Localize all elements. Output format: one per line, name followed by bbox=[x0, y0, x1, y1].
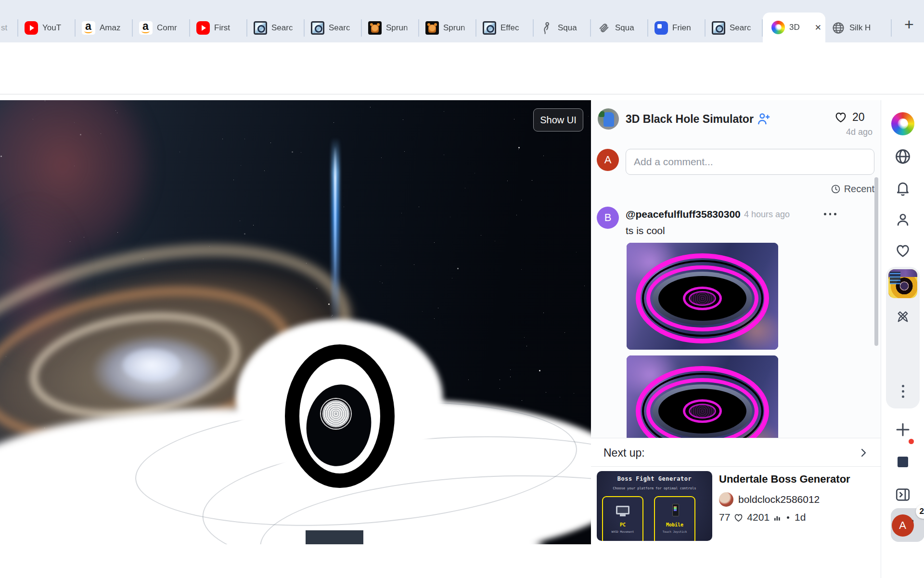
next-up-stats: 77 4201 1d bbox=[719, 512, 806, 523]
commenter-avatar[interactable]: B bbox=[597, 207, 619, 229]
figure-favicon-icon bbox=[540, 21, 553, 35]
comment-input[interactable] bbox=[626, 149, 874, 175]
tab-strip: stYouTAmazComrFirstSearcSearcSprunSprunE… bbox=[0, 0, 892, 42]
pixel-search-favicon-icon bbox=[483, 21, 496, 35]
next-up-title[interactable]: Undertale Boss Generator bbox=[719, 473, 850, 486]
websim-favicon-icon bbox=[771, 21, 785, 34]
explore-globe-icon[interactable] bbox=[894, 148, 911, 165]
sort-recent-button[interactable]: Recent bbox=[831, 184, 874, 195]
simulation-canvas[interactable]: Show UI bbox=[0, 100, 591, 544]
right-rail: 25 A bbox=[881, 100, 924, 578]
comment-image[interactable] bbox=[627, 243, 778, 350]
toolbar: websim.com/@Bluejcat/3d-black-hole-simul… bbox=[0, 42, 924, 94]
tab[interactable]: Comr bbox=[133, 13, 190, 42]
user-avatar[interactable]: A bbox=[597, 149, 619, 171]
tab[interactable]: Amaz bbox=[76, 13, 133, 42]
tab[interactable]: YouT bbox=[18, 13, 76, 42]
websim-logo[interactable] bbox=[891, 112, 914, 135]
tab-label: Silk H bbox=[849, 23, 892, 33]
tab-label: Sprun bbox=[443, 23, 476, 33]
credits-diamond-icon[interactable] bbox=[898, 457, 908, 467]
account-avatar[interactable]: A bbox=[892, 514, 914, 537]
pixel-search-favicon-icon bbox=[311, 21, 324, 35]
project-header: 3D Black Hole Simulator 20 4d ago bbox=[591, 100, 881, 144]
thumb-pc-option: PC WASD Movement bbox=[602, 496, 643, 541]
tab[interactable]: Searc bbox=[247, 13, 305, 42]
create-plus-icon[interactable] bbox=[894, 421, 911, 438]
tab-label: Sprun bbox=[386, 23, 419, 33]
thumb-mobile-label: Mobile bbox=[655, 522, 694, 527]
tab[interactable]: Sprun bbox=[419, 13, 476, 42]
clock-icon bbox=[831, 184, 841, 194]
next-up-author[interactable]: boldclock2586012 bbox=[719, 492, 820, 507]
tab[interactable]: First bbox=[190, 13, 247, 42]
comment-image[interactable] bbox=[627, 355, 778, 441]
comment-time: 4 hours ago bbox=[744, 210, 790, 220]
youtube-favicon-icon bbox=[196, 21, 210, 35]
thumb-subtitle: Choose your platform for optimal control… bbox=[597, 486, 712, 490]
sort-label: Recent bbox=[844, 184, 874, 195]
heart-icon bbox=[733, 512, 744, 523]
project-thumbnail[interactable] bbox=[888, 269, 917, 298]
tab[interactable]: Sprun bbox=[362, 13, 419, 42]
tab[interactable]: st bbox=[0, 13, 18, 42]
sprunki-favicon-icon bbox=[368, 21, 382, 35]
tab-label: st bbox=[1, 23, 18, 33]
close-tab-icon[interactable]: ✕ bbox=[815, 23, 825, 33]
tab-label: Frien bbox=[672, 23, 706, 33]
tab-label: Searc bbox=[730, 23, 763, 33]
tab[interactable]: Effec bbox=[476, 13, 534, 42]
views-chart-icon bbox=[773, 513, 782, 522]
tab[interactable]: Searc bbox=[706, 13, 763, 42]
thumb-mobile-sub: Touch Joystick bbox=[655, 530, 694, 533]
next-up-section: Next up: Boss Fight Generator Choose you… bbox=[591, 438, 881, 578]
tab-label: First bbox=[214, 23, 247, 33]
collapse-panel-icon[interactable] bbox=[894, 486, 911, 503]
sidebar-scrollbar[interactable] bbox=[874, 177, 878, 346]
profile-person-icon[interactable] bbox=[895, 211, 911, 228]
tab-label: Amaz bbox=[100, 23, 133, 33]
more-options-button[interactable] bbox=[902, 385, 904, 398]
globe-favicon-icon bbox=[832, 21, 845, 35]
friend-favicon-icon bbox=[654, 21, 668, 35]
posted-time: 4d ago bbox=[846, 127, 873, 137]
tab[interactable]: Squa bbox=[534, 13, 591, 42]
pixel-search-favicon-icon bbox=[712, 21, 725, 35]
project-avatar[interactable] bbox=[598, 108, 619, 130]
like-button[interactable]: 20 bbox=[834, 110, 865, 124]
likes-heart-icon[interactable] bbox=[895, 242, 911, 259]
tab[interactable]: Silk H bbox=[825, 13, 892, 42]
tab-label: Searc bbox=[329, 23, 362, 33]
tab[interactable]: Squa bbox=[591, 13, 648, 42]
black-hole-image-art bbox=[627, 355, 778, 441]
amazon-favicon-icon bbox=[139, 21, 153, 35]
dot-separator bbox=[787, 516, 789, 519]
author-name: boldclock2586012 bbox=[738, 494, 820, 505]
tab-active[interactable]: 3D✕ bbox=[763, 13, 825, 42]
commenter-username[interactable]: @peacefulfluff35830300 bbox=[626, 209, 741, 220]
views-count: 4201 bbox=[747, 512, 770, 523]
tab-bar: stYouTAmazComrFirstSearcSearcSprunSprunE… bbox=[0, 0, 924, 42]
tab-label: Squa bbox=[615, 23, 648, 33]
tab[interactable]: Frien bbox=[648, 13, 706, 42]
browser-window: stYouTAmazComrFirstSearcSearcSprunSprunE… bbox=[0, 0, 924, 578]
monitor-icon bbox=[616, 506, 629, 514]
edit-remix-icon[interactable] bbox=[896, 310, 910, 324]
tab-label: Comr bbox=[157, 23, 190, 33]
notifications-bell-icon[interactable] bbox=[895, 179, 911, 197]
next-up-thumbnail[interactable]: Boss Fight Generator Choose your platfor… bbox=[597, 471, 712, 541]
chevron-right-icon[interactable] bbox=[858, 447, 869, 459]
show-ui-button[interactable]: Show UI bbox=[533, 108, 583, 131]
thumb-pc-sub: WASD Movement bbox=[603, 530, 642, 533]
youtube-favicon-icon bbox=[25, 21, 38, 35]
new-tab-button[interactable]: + bbox=[898, 13, 920, 35]
comment-menu-button[interactable] bbox=[824, 213, 836, 215]
follow-user-icon[interactable] bbox=[757, 112, 771, 126]
sprunki-favicon-icon bbox=[425, 21, 439, 35]
galaxy-art bbox=[113, 343, 190, 387]
squarespace-favicon-icon bbox=[597, 21, 611, 35]
notification-dot bbox=[909, 439, 914, 444]
thumb-mobile-option: Mobile Touch Joystick bbox=[654, 496, 695, 541]
tab[interactable]: Searc bbox=[305, 13, 362, 42]
next-up-header: Next up: bbox=[603, 447, 645, 460]
